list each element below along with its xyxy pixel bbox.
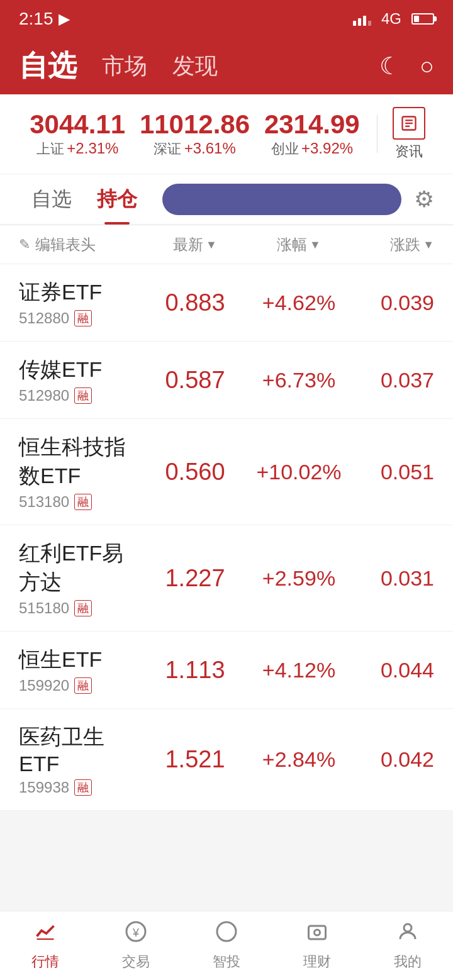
- change-sort-icon: ▼: [423, 238, 434, 252]
- stock-change-pct-1: +6.73%: [245, 368, 352, 393]
- stock-row[interactable]: 红利ETF易方达 515180 融 1.227 +2.59% 0.031: [0, 525, 453, 632]
- stock-row[interactable]: 传媒ETF 512980 融 0.587 +6.73% 0.037: [0, 342, 453, 419]
- shenzhen-change: +3.61%: [184, 140, 236, 157]
- nav-tab-market[interactable]: 市场: [102, 51, 147, 82]
- stock-code-2: 513180: [19, 493, 69, 511]
- stock-code-1: 512980: [19, 387, 69, 404]
- stock-code-wrap-3: 515180 融: [19, 599, 145, 617]
- stock-price-5: 1.521: [145, 746, 245, 773]
- stock-change-5: 0.042: [352, 747, 434, 772]
- shanghai-label: 上证: [36, 141, 64, 157]
- stock-name-4: 恒生ETF: [19, 645, 145, 674]
- stock-tag-5: 融: [74, 779, 92, 796]
- stock-price-2: 0.560: [145, 459, 245, 486]
- stock-name-5: 医药卫生ETF: [19, 723, 145, 776]
- market-index-shenzhen[interactable]: 11012.86 深证 +3.61%: [136, 109, 253, 159]
- stock-info-4: 恒生ETF 159920 融: [19, 645, 145, 694]
- footer-item-profile[interactable]: 我的: [362, 911, 453, 980]
- location-icon: ▶: [59, 10, 70, 28]
- stock-row[interactable]: 恒生科技指数ETF 513180 融 0.560 +10.02% 0.051: [0, 419, 453, 525]
- stock-info-5: 医药卫生ETF 159938 融: [19, 723, 145, 796]
- stock-change-2: 0.051: [352, 460, 434, 484]
- trade-label: 交易: [122, 952, 150, 971]
- table-header: ✎ 编辑表头 最新 ▼ 涨幅 ▼ 涨跌 ▼: [0, 226, 453, 264]
- stock-tag-4: 融: [74, 677, 92, 694]
- stock-price-4: 1.113: [145, 657, 245, 684]
- news-label: 资讯: [395, 142, 423, 161]
- market-icon: [34, 920, 57, 949]
- battery-icon: [411, 13, 434, 25]
- stock-code-4: 159920: [19, 677, 69, 694]
- stock-row[interactable]: 证券ETF 512880 融 0.883 +4.62% 0.039: [0, 264, 453, 342]
- footer-item-trade[interactable]: ¥ 交易: [91, 911, 181, 980]
- change-pct-sort-icon: ▼: [310, 238, 321, 252]
- footer-item-invest[interactable]: 智投: [181, 911, 272, 980]
- stock-list: 证券ETF 512880 融 0.883 +4.62% 0.039 传媒ETF …: [0, 264, 453, 811]
- status-time: 2:15: [19, 9, 53, 29]
- profile-icon: [396, 920, 419, 949]
- signal-icon: [353, 12, 371, 26]
- wealth-icon: [306, 920, 328, 949]
- col-latest-header[interactable]: 最新 ▼: [145, 235, 245, 255]
- stock-info-3: 红利ETF易方达 515180 融: [19, 539, 145, 617]
- svg-point-6: [217, 922, 236, 941]
- stock-tag-0: 融: [74, 310, 92, 326]
- svg-text:¥: ¥: [132, 927, 140, 939]
- settings-icon[interactable]: ⚙: [414, 186, 434, 213]
- tab-holdings[interactable]: 持仓: [84, 174, 150, 225]
- footer-nav: 行情 ¥ 交易 智投 理财: [0, 911, 453, 980]
- search-icon[interactable]: ○: [420, 53, 434, 80]
- nav-tab-discover[interactable]: 发现: [172, 51, 218, 82]
- stock-row[interactable]: 恒生ETF 159920 融 1.113 +4.12% 0.044: [0, 632, 453, 709]
- col-change-pct-header[interactable]: 涨幅 ▼: [245, 235, 352, 255]
- shanghai-change: +2.31%: [67, 140, 118, 157]
- network-label: 4G: [381, 10, 401, 28]
- shenzhen-label: 深证: [154, 141, 181, 157]
- stock-code-wrap-4: 159920 融: [19, 677, 145, 694]
- status-time-wrap: 2:15 ▶: [19, 9, 70, 29]
- stock-price-1: 0.587: [145, 367, 245, 394]
- col-change-header[interactable]: 涨跌 ▼: [352, 235, 434, 255]
- stock-tag-3: 融: [74, 600, 92, 616]
- shenzhen-value: 11012.86: [136, 109, 253, 140]
- stock-change-pct-5: +2.84%: [245, 747, 352, 772]
- tab-watchlist[interactable]: 自选: [19, 174, 84, 225]
- chuangye-label: 创业: [271, 141, 299, 157]
- wealth-label: 理财: [303, 952, 331, 971]
- market-index-shanghai[interactable]: 3044.11 上证 +2.31%: [19, 109, 136, 159]
- stock-name-1: 传媒ETF: [19, 355, 145, 384]
- status-bar: 2:15 ▶ 4G: [0, 0, 453, 38]
- stock-row[interactable]: 医药卫生ETF 159938 融 1.521 +2.84% 0.042: [0, 709, 453, 811]
- svg-point-9: [404, 924, 411, 932]
- stock-code-3: 515180: [19, 599, 69, 617]
- market-divider: [377, 115, 378, 153]
- stock-tag-2: 融: [74, 494, 92, 510]
- stock-info-2: 恒生科技指数ETF 513180 融: [19, 433, 145, 511]
- market-news[interactable]: 资讯: [384, 107, 434, 161]
- invest-icon: [215, 920, 238, 949]
- chuangye-value: 2314.99: [254, 109, 371, 140]
- svg-rect-7: [309, 926, 326, 939]
- svg-point-8: [315, 930, 320, 935]
- stock-change-3: 0.031: [352, 566, 434, 591]
- stock-code-wrap-2: 513180 融: [19, 493, 145, 511]
- footer-item-market[interactable]: 行情: [0, 911, 91, 980]
- status-right: 4G: [353, 10, 434, 28]
- market-index-chuangye[interactable]: 2314.99 创业 +3.92%: [254, 109, 371, 159]
- nav-tabs: 自选 市场 发现: [19, 47, 218, 86]
- market-label: 行情: [31, 952, 59, 971]
- nav-tab-watchlist[interactable]: 自选: [19, 47, 77, 86]
- header-nav: 自选 市场 发现 ☾ ○: [0, 38, 453, 94]
- profile-label: 我的: [394, 952, 422, 971]
- moon-icon[interactable]: ☾: [379, 52, 401, 80]
- footer-item-wealth[interactable]: 理财: [272, 911, 362, 980]
- watchlist-tabs: 自选 持仓 ⚙: [0, 174, 453, 225]
- shanghai-value: 3044.11: [19, 109, 136, 140]
- stock-change-pct-4: +4.12%: [245, 658, 352, 682]
- col-edit[interactable]: ✎ 编辑表头: [19, 235, 145, 255]
- chuangye-change: +3.92%: [301, 140, 353, 157]
- stock-info-0: 证券ETF 512880 融: [19, 278, 145, 327]
- stock-code-wrap-0: 512880 融: [19, 309, 145, 327]
- stock-code-wrap-5: 159938 融: [19, 779, 145, 796]
- stock-change-4: 0.044: [352, 658, 434, 682]
